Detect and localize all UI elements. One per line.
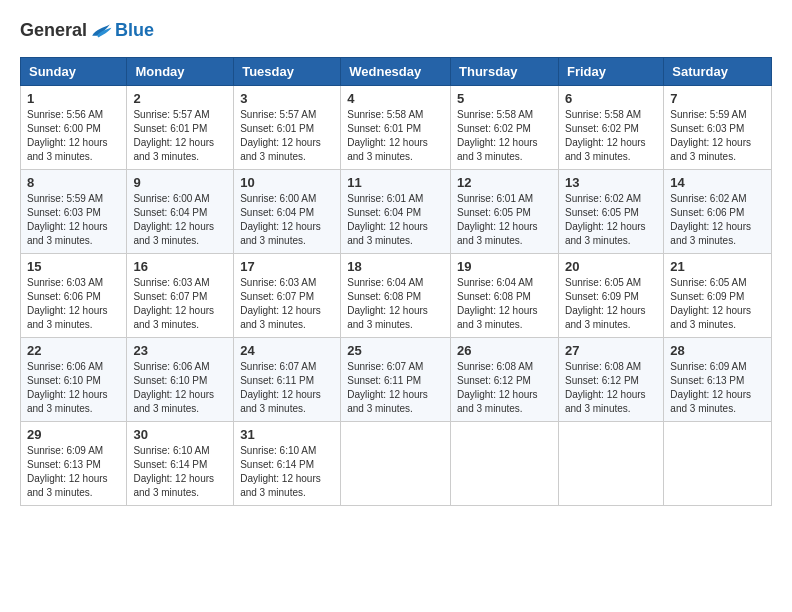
week-row-3: 15 Sunrise: 6:03 AM Sunset: 6:06 PM Dayl… xyxy=(21,254,772,338)
day-number: 8 xyxy=(27,175,120,190)
day-number: 19 xyxy=(457,259,552,274)
day-info: Sunrise: 6:07 AM Sunset: 6:11 PM Dayligh… xyxy=(240,360,334,416)
day-cell: 28 Sunrise: 6:09 AM Sunset: 6:13 PM Dayl… xyxy=(664,338,772,422)
day-number: 5 xyxy=(457,91,552,106)
day-number: 27 xyxy=(565,343,657,358)
week-row-4: 22 Sunrise: 6:06 AM Sunset: 6:10 PM Dayl… xyxy=(21,338,772,422)
day-info: Sunrise: 6:03 AM Sunset: 6:07 PM Dayligh… xyxy=(133,276,227,332)
day-cell xyxy=(664,422,772,506)
logo-general: General xyxy=(20,20,87,41)
day-cell: 1 Sunrise: 5:56 AM Sunset: 6:00 PM Dayli… xyxy=(21,86,127,170)
day-number: 9 xyxy=(133,175,227,190)
day-info: Sunrise: 6:01 AM Sunset: 6:05 PM Dayligh… xyxy=(457,192,552,248)
day-cell: 15 Sunrise: 6:03 AM Sunset: 6:06 PM Dayl… xyxy=(21,254,127,338)
week-row-1: 1 Sunrise: 5:56 AM Sunset: 6:00 PM Dayli… xyxy=(21,86,772,170)
day-info: Sunrise: 6:01 AM Sunset: 6:04 PM Dayligh… xyxy=(347,192,444,248)
day-cell: 30 Sunrise: 6:10 AM Sunset: 6:14 PM Dayl… xyxy=(127,422,234,506)
day-header-sunday: Sunday xyxy=(21,58,127,86)
day-number: 24 xyxy=(240,343,334,358)
day-number: 13 xyxy=(565,175,657,190)
day-header-wednesday: Wednesday xyxy=(341,58,451,86)
day-cell: 4 Sunrise: 5:58 AM Sunset: 6:01 PM Dayli… xyxy=(341,86,451,170)
day-header-monday: Monday xyxy=(127,58,234,86)
day-cell: 14 Sunrise: 6:02 AM Sunset: 6:06 PM Dayl… xyxy=(664,170,772,254)
day-info: Sunrise: 6:05 AM Sunset: 6:09 PM Dayligh… xyxy=(670,276,765,332)
day-number: 3 xyxy=(240,91,334,106)
day-cell: 12 Sunrise: 6:01 AM Sunset: 6:05 PM Dayl… xyxy=(451,170,559,254)
day-cell: 24 Sunrise: 6:07 AM Sunset: 6:11 PM Dayl… xyxy=(234,338,341,422)
day-cell: 2 Sunrise: 5:57 AM Sunset: 6:01 PM Dayli… xyxy=(127,86,234,170)
day-cell xyxy=(558,422,663,506)
day-header-thursday: Thursday xyxy=(451,58,559,86)
day-info: Sunrise: 6:10 AM Sunset: 6:14 PM Dayligh… xyxy=(240,444,334,500)
day-number: 7 xyxy=(670,91,765,106)
day-number: 10 xyxy=(240,175,334,190)
day-cell: 22 Sunrise: 6:06 AM Sunset: 6:10 PM Dayl… xyxy=(21,338,127,422)
day-cell: 26 Sunrise: 6:08 AM Sunset: 6:12 PM Dayl… xyxy=(451,338,559,422)
day-number: 29 xyxy=(27,427,120,442)
logo: General Blue xyxy=(20,20,154,41)
day-number: 23 xyxy=(133,343,227,358)
day-cell: 3 Sunrise: 5:57 AM Sunset: 6:01 PM Dayli… xyxy=(234,86,341,170)
day-info: Sunrise: 6:03 AM Sunset: 6:07 PM Dayligh… xyxy=(240,276,334,332)
day-number: 25 xyxy=(347,343,444,358)
day-info: Sunrise: 5:57 AM Sunset: 6:01 PM Dayligh… xyxy=(133,108,227,164)
day-number: 11 xyxy=(347,175,444,190)
day-cell: 20 Sunrise: 6:05 AM Sunset: 6:09 PM Dayl… xyxy=(558,254,663,338)
day-info: Sunrise: 6:04 AM Sunset: 6:08 PM Dayligh… xyxy=(457,276,552,332)
day-header-friday: Friday xyxy=(558,58,663,86)
day-header-tuesday: Tuesday xyxy=(234,58,341,86)
day-info: Sunrise: 6:02 AM Sunset: 6:06 PM Dayligh… xyxy=(670,192,765,248)
day-info: Sunrise: 6:09 AM Sunset: 6:13 PM Dayligh… xyxy=(27,444,120,500)
day-cell: 18 Sunrise: 6:04 AM Sunset: 6:08 PM Dayl… xyxy=(341,254,451,338)
logo-blue: Blue xyxy=(115,20,154,41)
day-number: 4 xyxy=(347,91,444,106)
day-cell: 25 Sunrise: 6:07 AM Sunset: 6:11 PM Dayl… xyxy=(341,338,451,422)
day-info: Sunrise: 6:09 AM Sunset: 6:13 PM Dayligh… xyxy=(670,360,765,416)
day-info: Sunrise: 5:57 AM Sunset: 6:01 PM Dayligh… xyxy=(240,108,334,164)
day-cell: 21 Sunrise: 6:05 AM Sunset: 6:09 PM Dayl… xyxy=(664,254,772,338)
day-info: Sunrise: 6:06 AM Sunset: 6:10 PM Dayligh… xyxy=(27,360,120,416)
day-info: Sunrise: 5:59 AM Sunset: 6:03 PM Dayligh… xyxy=(670,108,765,164)
day-info: Sunrise: 6:10 AM Sunset: 6:14 PM Dayligh… xyxy=(133,444,227,500)
day-info: Sunrise: 5:56 AM Sunset: 6:00 PM Dayligh… xyxy=(27,108,120,164)
day-number: 17 xyxy=(240,259,334,274)
day-number: 20 xyxy=(565,259,657,274)
day-number: 22 xyxy=(27,343,120,358)
day-info: Sunrise: 6:08 AM Sunset: 6:12 PM Dayligh… xyxy=(457,360,552,416)
day-number: 16 xyxy=(133,259,227,274)
day-number: 18 xyxy=(347,259,444,274)
day-cell: 31 Sunrise: 6:10 AM Sunset: 6:14 PM Dayl… xyxy=(234,422,341,506)
day-info: Sunrise: 5:58 AM Sunset: 6:02 PM Dayligh… xyxy=(457,108,552,164)
day-cell: 10 Sunrise: 6:00 AM Sunset: 6:04 PM Dayl… xyxy=(234,170,341,254)
day-info: Sunrise: 6:05 AM Sunset: 6:09 PM Dayligh… xyxy=(565,276,657,332)
day-cell: 11 Sunrise: 6:01 AM Sunset: 6:04 PM Dayl… xyxy=(341,170,451,254)
day-number: 2 xyxy=(133,91,227,106)
day-info: Sunrise: 6:06 AM Sunset: 6:10 PM Dayligh… xyxy=(133,360,227,416)
day-cell: 16 Sunrise: 6:03 AM Sunset: 6:07 PM Dayl… xyxy=(127,254,234,338)
day-number: 12 xyxy=(457,175,552,190)
day-number: 6 xyxy=(565,91,657,106)
day-cell: 5 Sunrise: 5:58 AM Sunset: 6:02 PM Dayli… xyxy=(451,86,559,170)
day-info: Sunrise: 6:07 AM Sunset: 6:11 PM Dayligh… xyxy=(347,360,444,416)
day-header-saturday: Saturday xyxy=(664,58,772,86)
day-cell xyxy=(341,422,451,506)
day-info: Sunrise: 6:00 AM Sunset: 6:04 PM Dayligh… xyxy=(240,192,334,248)
day-number: 15 xyxy=(27,259,120,274)
day-cell: 29 Sunrise: 6:09 AM Sunset: 6:13 PM Dayl… xyxy=(21,422,127,506)
day-cell: 9 Sunrise: 6:00 AM Sunset: 6:04 PM Dayli… xyxy=(127,170,234,254)
week-row-2: 8 Sunrise: 5:59 AM Sunset: 6:03 PM Dayli… xyxy=(21,170,772,254)
day-cell: 7 Sunrise: 5:59 AM Sunset: 6:03 PM Dayli… xyxy=(664,86,772,170)
day-info: Sunrise: 6:03 AM Sunset: 6:06 PM Dayligh… xyxy=(27,276,120,332)
day-cell: 27 Sunrise: 6:08 AM Sunset: 6:12 PM Dayl… xyxy=(558,338,663,422)
day-cell: 6 Sunrise: 5:58 AM Sunset: 6:02 PM Dayli… xyxy=(558,86,663,170)
day-cell: 23 Sunrise: 6:06 AM Sunset: 6:10 PM Dayl… xyxy=(127,338,234,422)
day-info: Sunrise: 5:58 AM Sunset: 6:02 PM Dayligh… xyxy=(565,108,657,164)
day-cell: 13 Sunrise: 6:02 AM Sunset: 6:05 PM Dayl… xyxy=(558,170,663,254)
day-info: Sunrise: 6:08 AM Sunset: 6:12 PM Dayligh… xyxy=(565,360,657,416)
day-number: 21 xyxy=(670,259,765,274)
logo-bird-icon xyxy=(89,21,113,41)
day-cell: 8 Sunrise: 5:59 AM Sunset: 6:03 PM Dayli… xyxy=(21,170,127,254)
calendar: SundayMondayTuesdayWednesdayThursdayFrid… xyxy=(20,57,772,506)
day-number: 1 xyxy=(27,91,120,106)
